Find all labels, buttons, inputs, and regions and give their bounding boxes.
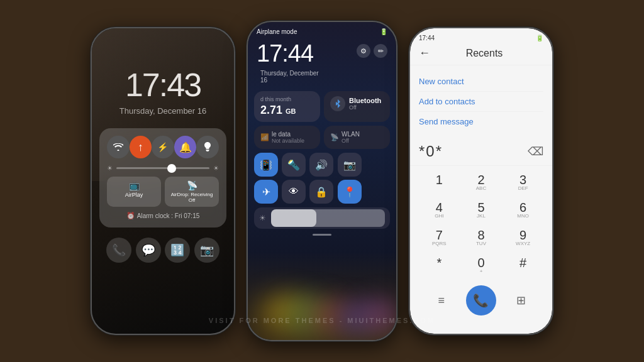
watermark: VISIT FOR MORE THEMES - MIUITHEMES.COM (209, 317, 435, 324)
vibrate-btn[interactable]: 📳 (254, 153, 278, 177)
phone2-brightness-bar[interactable]: ☀ (254, 207, 390, 229)
phone-dialer: 17:44 🔋 ← Recents New contact Add to con… (409, 27, 553, 335)
key-hash[interactable]: # (502, 251, 543, 279)
flashlight-btn[interactable]: 🔦 (282, 153, 306, 177)
phone1-control-panel: ↑ ⚡ 🔔 ☀ (99, 128, 226, 228)
key-2[interactable]: 2 ABC (461, 168, 502, 196)
wlan-card[interactable]: 📡 WLAN Off (324, 126, 390, 149)
camera2-btn[interactable]: 📷 (338, 153, 362, 177)
volume-btn[interactable]: 🔊 (309, 153, 333, 177)
call-button[interactable]: 📞 (466, 285, 496, 315)
signal-icon[interactable]: ↑ (130, 136, 152, 158)
key-0[interactable]: 0 + (461, 251, 502, 279)
mobile-data-card[interactable]: 📶 le data Not available (254, 126, 320, 149)
phones-container: 17:43 Thursday, December 16 ↑ (0, 0, 644, 362)
key-star[interactable]: * (419, 251, 460, 279)
bluetooth-card[interactable]: Bluetooth Off (324, 91, 390, 122)
location-btn[interactable]: 📍 (338, 180, 362, 204)
new-contact-option[interactable]: New contact (419, 72, 543, 92)
add-to-contacts-option[interactable]: Add to contacts (419, 92, 543, 112)
phone2-btn-row1: 📳 🔦 🔊 📷 (254, 153, 390, 177)
camera-icon[interactable]: 📷 (194, 238, 219, 263)
bulb-icon[interactable] (196, 136, 219, 158)
dialed-number: *0* (419, 143, 443, 160)
message-icon[interactable]: 💬 (136, 238, 161, 263)
phone1-screen: 17:43 Thursday, December 16 ↑ (92, 28, 234, 334)
key-7[interactable]: 7 PQRS (419, 224, 460, 251)
phone3-header: ← Recents (410, 44, 552, 65)
phone2-home-indicator (313, 234, 331, 236)
calculator-icon[interactable]: 🔢 (165, 238, 190, 263)
brightness-track (271, 209, 385, 227)
dialer-bottom-bar: ≡ 📞 ⊞ (410, 282, 552, 315)
key-6[interactable]: 6 MNO (502, 196, 543, 224)
phone3-status-bar: 17:44 🔋 (410, 28, 552, 44)
eye-btn[interactable]: 👁 (282, 180, 306, 204)
key-1[interactable]: 1 (419, 168, 460, 196)
airdrop-button[interactable]: 📡 AirDrop: Receiving Off (165, 177, 219, 207)
phone2-date: Thursday, December 16 (260, 70, 319, 84)
key-8[interactable]: 8 TUV (461, 224, 502, 251)
phone1-dock: 📞 💬 🔢 📷 (92, 238, 234, 263)
phone2-btn-row2: ✈ 👁 🔒 📍 (254, 180, 390, 204)
airplane-btn[interactable]: ✈ (254, 180, 278, 204)
keypad-btn[interactable]: ⊞ (508, 288, 533, 313)
bluetooth-card-icon (330, 96, 345, 111)
edit-icon[interactable]: ✏ (374, 44, 387, 58)
phone3-battery: 🔋 (536, 35, 543, 41)
brightness-slider[interactable]: ☀ ☀ (107, 165, 219, 172)
airplay-button[interactable]: 📺 AirPlay (107, 177, 161, 207)
bell-icon[interactable]: 🔔 (174, 136, 197, 158)
dialer-keypad: 1 2 ABC 3 DEF 4 (410, 166, 552, 282)
page-title: Recents (436, 48, 532, 59)
bluetooth-icon[interactable]: ⚡ (152, 136, 174, 158)
phone-ios: 17:43 Thursday, December 16 ↑ (91, 27, 235, 335)
phone2-time: 17:44 (257, 40, 319, 67)
delete-button[interactable]: ⌫ (528, 145, 543, 158)
phone-miui: Airplane mode 🔋 17:44 Thursday, December… (247, 21, 397, 341)
key-9[interactable]: 9 WXYZ (502, 224, 543, 251)
status-icons: 🔋 (380, 28, 387, 35)
phone1-icons-row: ↑ ⚡ 🔔 (107, 136, 219, 158)
alarm-label: ⏰ Alarm clock : Fri 07:15 (107, 212, 219, 220)
dialpad-btn[interactable]: ≡ (429, 288, 454, 313)
phone-icon[interactable]: 📞 (106, 238, 131, 263)
data-usage-card[interactable]: d this month 2.71 GB (254, 91, 320, 122)
key-4[interactable]: 4 GHI (419, 196, 460, 224)
data-value: 2.71 GB (260, 104, 314, 117)
send-message-option[interactable]: Send message (419, 112, 543, 131)
phone3-options: New contact Add to contacts Send message (410, 65, 552, 138)
back-button[interactable]: ← (419, 47, 430, 60)
phone2-status-bar: Airplane mode 🔋 (248, 22, 396, 38)
airplane-mode-label: Airplane mode (257, 28, 297, 35)
phone2-cards-grid: d this month 2.71 GB (254, 91, 390, 149)
phone2-screen: Airplane mode 🔋 17:44 Thursday, December… (248, 22, 396, 340)
dialer-display: *0* ⌫ (410, 138, 552, 166)
wifi-icon[interactable] (107, 136, 130, 158)
lock-btn[interactable]: 🔒 (309, 180, 333, 204)
phone1-buttons-row: 📺 AirPlay 📡 AirDrop: Receiving Off (107, 177, 219, 207)
phone3-screen: 17:44 🔋 ← Recents New contact Add to con… (410, 28, 552, 334)
phone2-time-row: 17:44 Thursday, December 16 ⚙ ✏ (248, 38, 396, 86)
settings-icon[interactable]: ⚙ (357, 44, 370, 58)
phone3-time: 17:44 (419, 35, 435, 41)
key-5[interactable]: 5 JKL (461, 196, 502, 224)
key-3[interactable]: 3 DEF (502, 168, 543, 196)
